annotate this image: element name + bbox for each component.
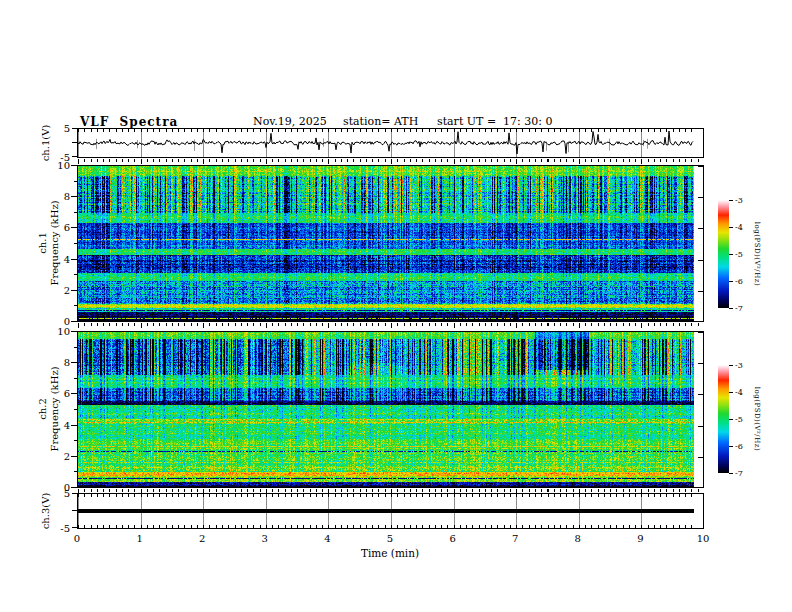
ch2-spectrogram-panel	[77, 331, 704, 488]
colorbar-tick-label: -3	[735, 196, 743, 205]
ch1-spectrogram	[78, 166, 694, 321]
colorbar-tick-label: -6	[735, 277, 743, 286]
colorbar-tick-label: -5	[735, 250, 743, 259]
y-tick-label: 0	[40, 482, 70, 493]
x-tick-marks	[78, 323, 703, 328]
y-tick-label: 4	[40, 419, 70, 430]
ch1-colorbar	[718, 200, 729, 308]
ch1-colorbar-label: log(PSD)(V²/Hz)	[753, 222, 761, 287]
ch1-spectrogram-panel	[77, 165, 704, 322]
ch2-spectrogram	[78, 332, 694, 487]
colorbar-tick-label: -6	[735, 442, 743, 451]
x-tick-marks	[78, 489, 703, 494]
x-tick-marks	[78, 525, 694, 528]
x-tick-marks	[78, 159, 703, 164]
colorbar-tick-label: -4	[735, 223, 743, 232]
y-tick-marks	[72, 493, 77, 529]
y-tick-marks	[698, 332, 703, 487]
y-tick-label: 2	[40, 284, 70, 295]
date-label: Nov.19, 2025	[253, 115, 327, 128]
colorbar-tick-label: -5	[735, 415, 743, 424]
y-tick-marks	[72, 128, 77, 158]
ch1-spec-ylabel-line2: Frequency (kHz)	[48, 200, 59, 285]
x-tick-label: 10	[697, 533, 710, 544]
ch3-waveform-panel	[77, 493, 704, 529]
colorbar-tick-label: -3	[735, 361, 743, 370]
ch3-flat-trace	[78, 509, 694, 513]
x-tick-label: 6	[449, 533, 455, 544]
y-tick-label: 6	[40, 222, 70, 233]
x-tick-label: 4	[324, 533, 330, 544]
ch1-spec-ylabel-line1: ch.1	[37, 232, 48, 254]
ch1-spec-ylabel: ch.1 Frequency (kHz)	[37, 200, 60, 285]
x-tick-label: 8	[575, 533, 581, 544]
ch2-spec-ylabel: ch.2 Frequency (kHz)	[37, 366, 60, 451]
y-tick-marks	[698, 166, 703, 321]
x-tick-label: 9	[637, 533, 643, 544]
colorbar-tick-label: -4	[735, 388, 743, 397]
start-ut-label: start UT = 17: 30: 0	[437, 115, 553, 128]
ch2-spec-ylabel-line1: ch.2	[37, 398, 48, 420]
y-tick-label: 10	[40, 326, 70, 337]
y-tick-label: 6	[40, 388, 70, 399]
y-tick-label: 8	[40, 191, 70, 202]
y-tick-label: 5	[40, 123, 70, 134]
y-tick-label: 8	[40, 357, 70, 368]
x-tick-label: 2	[199, 533, 205, 544]
colorbar-tick-label: -7	[735, 304, 743, 313]
x-tick-label: 0	[74, 533, 80, 544]
x-tick-label: 1	[136, 533, 142, 544]
colorbar-tick-label: -7	[735, 469, 743, 478]
ch1-waveform-panel	[77, 128, 704, 158]
y-tick-marks	[71, 331, 77, 488]
page-title: VLF Spectra	[80, 115, 178, 129]
x-tick-label: 7	[512, 533, 518, 544]
station-label: station= ATH	[343, 115, 418, 128]
y-tick-label: 10	[40, 160, 70, 171]
x-tick-label: 3	[262, 533, 268, 544]
ch2-spec-ylabel-line2: Frequency (kHz)	[48, 366, 59, 451]
y-tick-label: 2	[40, 450, 70, 461]
x-tick-label: 5	[387, 533, 393, 544]
ch2-colorbar	[718, 365, 729, 473]
y-tick-marks	[71, 165, 77, 322]
vlf-spectra-figure: VLF Spectra Nov.19, 2025 station= ATH st…	[0, 0, 792, 612]
colorbar-tick-marks	[729, 200, 733, 309]
ch2-colorbar-label: log(PSD)(V²/Hz)	[753, 387, 761, 452]
y-tick-label: 4	[40, 253, 70, 264]
ch1-waveform-trace	[78, 129, 694, 157]
x-axis-title: Time (min)	[361, 547, 419, 559]
colorbar-tick-marks	[729, 365, 733, 474]
x-tick-marks	[78, 494, 694, 497]
y-tick-label: -5	[40, 523, 70, 534]
